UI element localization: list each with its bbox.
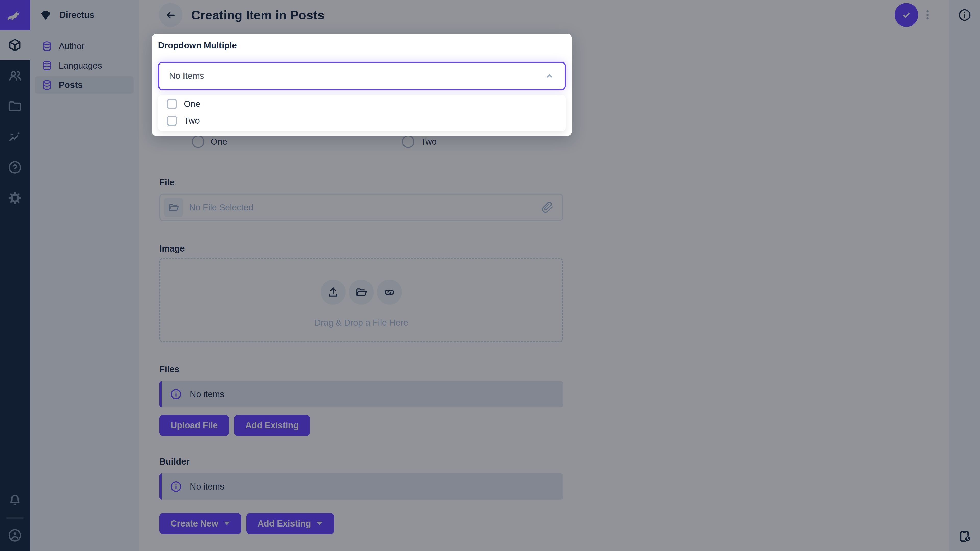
directus-app: Directus Author Langu xyxy=(0,0,980,551)
dropdown-multiple-input[interactable]: No Items xyxy=(158,62,566,90)
option-label: One xyxy=(184,99,200,109)
dropdown-options-menu: One Two xyxy=(158,95,566,131)
dropdown-multiple-popover: Dropdown Multiple No Items One Two xyxy=(152,34,572,136)
chevron-up-icon[interactable] xyxy=(543,70,556,82)
dropdown-option-one[interactable]: One xyxy=(158,96,566,113)
dropdown-option-two[interactable]: Two xyxy=(158,113,566,129)
option-label: Two xyxy=(184,116,200,126)
checkbox-icon[interactable] xyxy=(167,116,177,126)
dropdown-value: No Items xyxy=(169,71,543,81)
dropdown-multiple-label: Dropdown Multiple xyxy=(158,41,237,51)
checkbox-icon[interactable] xyxy=(167,99,177,109)
